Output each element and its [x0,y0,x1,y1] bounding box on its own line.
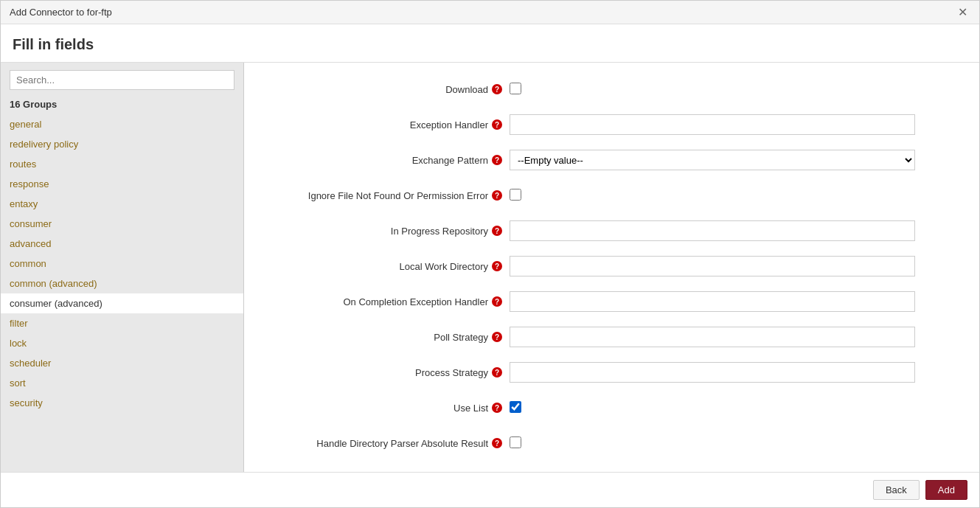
control-handle-directory-parser [510,436,950,450]
sidebar-item-consumer-advanced[interactable]: consumer (advanced) [1,293,243,313]
sidebar-list: generalredelivery policyroutesresponseen… [1,114,243,472]
sidebar-item-sort[interactable]: sort [1,373,243,393]
input-poll-strategy[interactable] [510,327,915,347]
form-row-handle-directory-parser: Handle Directory Parser Absolute Result … [274,431,950,455]
label-download: Download ? [274,84,510,95]
checkbox-use-list[interactable] [510,401,521,413]
label-exception-handler: Exception Handler ? [274,119,510,131]
control-use-list [510,401,950,415]
sidebar-item-consumer[interactable]: consumer [1,214,243,234]
main-content: Download ?Exception Handler ?Exchange Pa… [244,63,979,472]
sidebar-item-redelivery-policy[interactable]: redelivery policy [1,134,243,154]
label-poll-strategy: Poll Strategy ? [274,332,510,343]
label-local-work-directory: Local Work Directory ? [274,261,510,272]
form-row-on-completion-exception-handler: On Completion Exception Handler ? [274,290,950,313]
dialog-titlebar: Add Connector to for-ftp ✕ [1,1,979,24]
form-row-download: Download ? [274,77,950,101]
sidebar-item-scheduler[interactable]: scheduler [1,353,243,373]
back-button[interactable]: Back [873,480,920,500]
form-row-local-work-directory: Local Work Directory ? [274,254,950,278]
label-in-progress-repository: In Progress Repository ? [274,226,510,237]
form-row-exchange-pattern: Exchange Pattern ?--Empty value-- [274,148,950,172]
help-icon-ignore-file-not-found[interactable]: ? [492,190,502,201]
label-handle-directory-parser: Handle Directory Parser Absolute Result … [274,438,510,449]
sidebar-item-routes[interactable]: routes [1,154,243,174]
control-exchange-pattern: --Empty value-- [510,150,950,170]
checkbox-download[interactable] [510,83,521,94]
help-icon-download[interactable]: ? [492,84,502,94]
label-use-list: Use List ? [274,403,510,414]
sidebar-item-security[interactable]: security [1,393,243,413]
add-connector-dialog: Add Connector to for-ftp ✕ Fill in field… [0,0,980,508]
label-exchange-pattern: Exchange Pattern ? [274,155,510,166]
help-icon-in-progress-repository[interactable]: ? [492,226,502,236]
label-ignore-file-not-found: Ignore File Not Found Or Permission Erro… [274,190,510,201]
dialog-title: Add Connector to for-ftp [10,7,112,18]
search-input[interactable] [10,70,234,90]
help-icon-exception-handler[interactable]: ? [492,119,502,130]
add-button[interactable]: Add [925,480,967,500]
control-local-work-directory [510,256,950,276]
groups-count: 16 Groups [1,96,243,114]
sidebar-item-lock[interactable]: lock [1,333,243,353]
control-in-progress-repository [510,220,950,241]
sidebar-item-general[interactable]: general [1,114,243,134]
label-process-strategy: Process Strategy ? [274,367,510,378]
select-exchange-pattern[interactable]: --Empty value-- [510,150,915,170]
sidebar-item-filter[interactable]: filter [1,313,243,333]
close-button[interactable]: ✕ [955,5,970,20]
control-poll-strategy [510,327,950,347]
dialog-body: 16 Groups generalredelivery policyroutes… [1,63,979,472]
label-on-completion-exception-handler: On Completion Exception Handler ? [274,296,510,307]
help-icon-exchange-pattern[interactable]: ? [492,155,502,165]
sidebar-item-entaxy[interactable]: entaxy [1,194,243,214]
dialog-heading: Fill in fields [1,24,979,63]
control-download [510,83,950,97]
help-icon-poll-strategy[interactable]: ? [492,332,502,342]
form-row-in-progress-repository: In Progress Repository ? [274,219,950,243]
help-icon-handle-directory-parser[interactable]: ? [492,438,502,448]
input-exception-handler[interactable] [510,114,915,135]
sidebar-item-response[interactable]: response [1,174,243,194]
sidebar-item-advanced[interactable]: advanced [1,234,243,254]
help-icon-on-completion-exception-handler[interactable]: ? [492,296,502,307]
form-row-poll-strategy: Poll Strategy ? [274,325,950,349]
control-process-strategy [510,362,950,383]
input-on-completion-exception-handler[interactable] [510,291,915,312]
form-row-use-list: Use List ? [274,396,950,420]
input-in-progress-repository[interactable] [510,220,915,241]
input-process-strategy[interactable] [510,362,915,383]
search-box [10,70,234,90]
form-row-process-strategy: Process Strategy ? [274,361,950,384]
sidebar-item-common-advanced[interactable]: common (advanced) [1,274,243,293]
help-icon-use-list[interactable]: ? [492,403,502,413]
sidebar-item-common[interactable]: common [1,254,243,274]
dialog-footer: Back Add [1,472,979,507]
control-on-completion-exception-handler [510,291,950,312]
form-row-exception-handler: Exception Handler ? [274,113,950,136]
form-row-ignore-file-not-found: Ignore File Not Found Or Permission Erro… [274,184,950,207]
control-exception-handler [510,114,950,135]
control-ignore-file-not-found [510,189,950,203]
help-icon-process-strategy[interactable]: ? [492,367,502,377]
help-icon-local-work-directory[interactable]: ? [492,261,502,271]
checkbox-ignore-file-not-found[interactable] [510,189,521,201]
checkbox-handle-directory-parser[interactable] [510,436,521,448]
input-local-work-directory[interactable] [510,256,915,276]
sidebar: 16 Groups generalredelivery policyroutes… [1,63,244,472]
